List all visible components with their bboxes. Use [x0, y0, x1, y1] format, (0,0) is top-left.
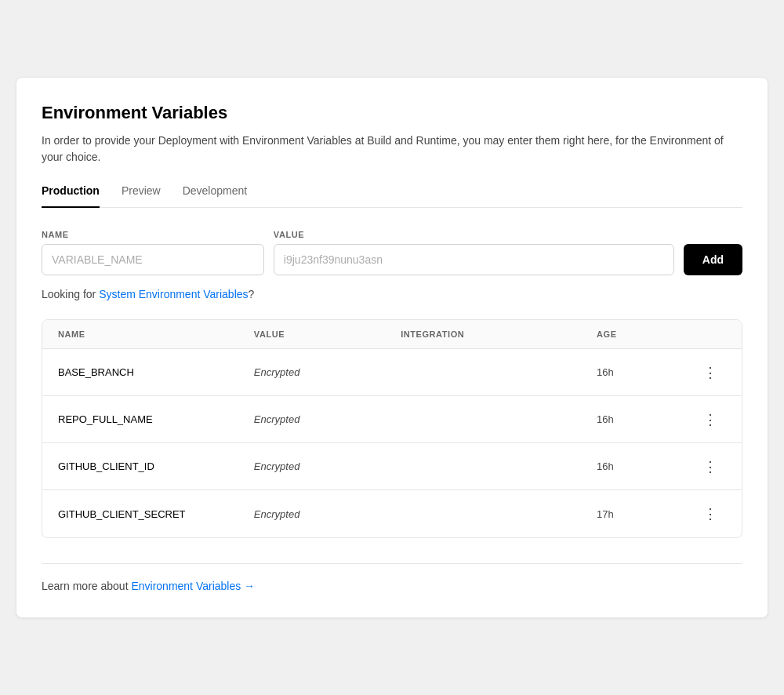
name-field-group: NAME — [42, 230, 264, 275]
value-input[interactable] — [274, 244, 674, 275]
row-value: Encrypted — [254, 366, 401, 378]
table-row: BASE_BRANCH Encrypted 16h ⋮ — [42, 349, 742, 396]
header-integration: INTEGRATION — [401, 329, 597, 339]
row-more-button[interactable]: ⋮ — [695, 504, 726, 524]
page-title: Environment Variables — [42, 103, 742, 123]
table-row: GITHUB_CLIENT_ID Encrypted 16h ⋮ — [42, 443, 742, 490]
row-value: Encrypted — [254, 460, 401, 472]
row-age: 16h — [597, 366, 695, 378]
row-age: 17h — [597, 508, 695, 520]
row-age: 16h — [597, 460, 695, 472]
tab-production[interactable]: Production — [42, 184, 100, 208]
tab-development[interactable]: Development — [183, 184, 248, 208]
system-env-link[interactable]: System Environment Variables — [99, 288, 248, 300]
env-table: NAME VALUE INTEGRATION AGE BASE_BRANCH E… — [42, 319, 742, 538]
row-name: BASE_BRANCH — [58, 366, 254, 378]
row-more-button[interactable]: ⋮ — [695, 362, 726, 383]
value-label: VALUE — [274, 230, 674, 239]
name-input[interactable] — [42, 244, 264, 275]
row-name: GITHUB_CLIENT_SECRET — [58, 508, 254, 520]
system-env-text: Looking for System Environment Variables… — [42, 288, 742, 300]
header-actions — [695, 329, 726, 339]
main-card: Environment Variables In order to provid… — [16, 77, 768, 618]
row-more-button[interactable]: ⋮ — [695, 457, 726, 477]
value-field-group: VALUE — [274, 230, 674, 275]
name-label: NAME — [42, 230, 264, 239]
add-button[interactable]: Add — [684, 244, 742, 275]
page-description: In order to provide your Deployment with… — [42, 133, 742, 166]
row-value: Encrypted — [254, 413, 401, 425]
header-age: AGE — [597, 329, 695, 339]
header-name: NAME — [58, 329, 254, 339]
footer-link[interactable]: Environment Variables → — [131, 580, 255, 592]
row-name: REPO_FULL_NAME — [58, 413, 254, 425]
input-form: NAME VALUE Add — [42, 230, 742, 275]
header-value: VALUE — [254, 329, 401, 339]
card-footer: Learn more about Environment Variables → — [42, 563, 742, 592]
row-age: 16h — [597, 413, 695, 425]
row-value: Encrypted — [254, 508, 401, 520]
tab-preview[interactable]: Preview — [122, 184, 161, 208]
table-header: NAME VALUE INTEGRATION AGE — [42, 320, 742, 349]
tabs-container: Production Preview Development — [42, 184, 742, 208]
table-row: GITHUB_CLIENT_SECRET Encrypted 17h ⋮ — [42, 490, 742, 537]
table-row: REPO_FULL_NAME Encrypted 16h ⋮ — [42, 396, 742, 443]
row-name: GITHUB_CLIENT_ID — [58, 460, 254, 472]
row-more-button[interactable]: ⋮ — [695, 409, 726, 430]
